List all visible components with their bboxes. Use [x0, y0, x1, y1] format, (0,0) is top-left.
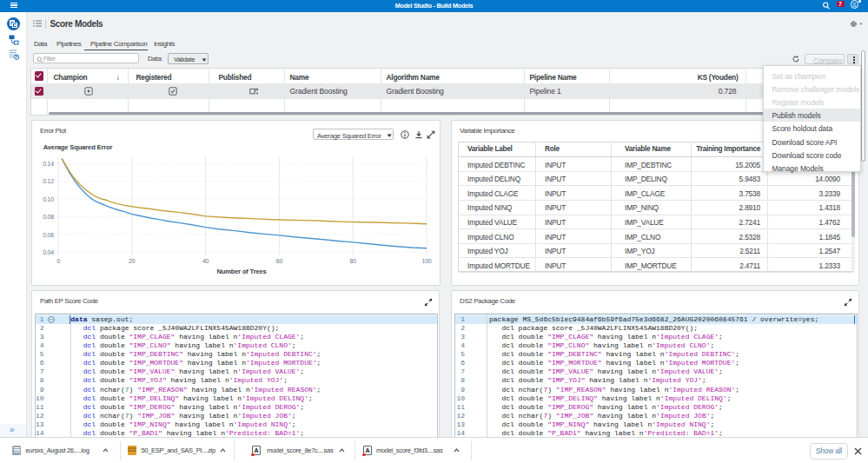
svg-text:100: 100 [421, 257, 431, 263]
svg-text:0.08: 0.08 [43, 214, 54, 220]
svg-text:80: 80 [350, 257, 357, 263]
svg-text:0.04: 0.04 [43, 249, 54, 255]
svg-text:60: 60 [276, 257, 283, 263]
svg-text:0.06: 0.06 [43, 231, 54, 237]
svg-text:40: 40 [202, 257, 209, 263]
svg-text:0: 0 [56, 257, 60, 263]
svg-text:Number of Trees: Number of Trees [217, 268, 267, 275]
svg-text:0.12: 0.12 [43, 178, 54, 184]
svg-text:20: 20 [129, 257, 136, 263]
svg-text:0.10: 0.10 [43, 195, 54, 202]
svg-text:0.14: 0.14 [43, 161, 54, 167]
